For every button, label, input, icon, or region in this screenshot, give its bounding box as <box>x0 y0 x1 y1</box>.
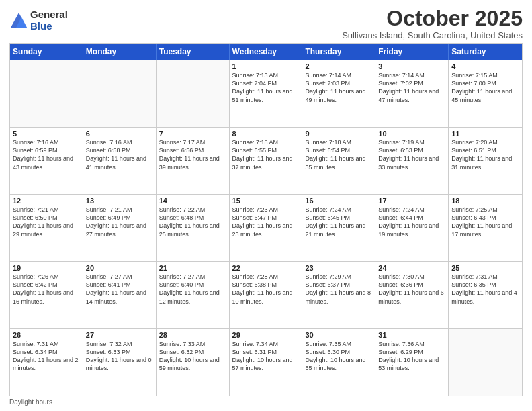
cell-info: Sunrise: 7:21 AM Sunset: 6:49 PM Dayligh… <box>86 205 153 238</box>
cell-info: Sunrise: 7:16 AM Sunset: 6:58 PM Dayligh… <box>86 138 153 171</box>
cell-day-number: 8 <box>232 130 300 138</box>
cell-info: Sunrise: 7:21 AM Sunset: 6:50 PM Dayligh… <box>13 205 80 238</box>
calendar-cell-27: 27Sunrise: 7:32 AM Sunset: 6:33 PM Dayli… <box>83 329 157 396</box>
cell-day-number: 22 <box>232 264 300 272</box>
calendar-cell-7: 7Sunrise: 7:17 AM Sunset: 6:56 PM Daylig… <box>157 128 230 194</box>
cell-day-number: 23 <box>305 264 372 272</box>
cell-info: Sunrise: 7:19 AM Sunset: 6:53 PM Dayligh… <box>378 138 445 171</box>
cell-day-number: 15 <box>232 197 300 205</box>
calendar-cell-25: 25Sunrise: 7:31 AM Sunset: 6:35 PM Dayli… <box>449 262 522 328</box>
cell-info: Sunrise: 7:18 AM Sunset: 6:54 PM Dayligh… <box>305 138 372 171</box>
cell-info: Sunrise: 7:24 AM Sunset: 6:45 PM Dayligh… <box>305 205 372 238</box>
cell-info: Sunrise: 7:31 AM Sunset: 6:34 PM Dayligh… <box>13 340 80 373</box>
calendar-row-5: 26Sunrise: 7:31 AM Sunset: 6:34 PM Dayli… <box>10 328 522 396</box>
cell-day-number: 14 <box>159 197 226 205</box>
header-day-wednesday: Wednesday <box>230 44 303 60</box>
cell-info: Sunrise: 7:18 AM Sunset: 6:55 PM Dayligh… <box>232 138 300 171</box>
cell-day-number: 16 <box>305 197 372 205</box>
cell-info: Sunrise: 7:31 AM Sunset: 6:35 PM Dayligh… <box>451 273 519 306</box>
cell-info: Sunrise: 7:28 AM Sunset: 6:38 PM Dayligh… <box>232 273 300 306</box>
cell-info: Sunrise: 7:27 AM Sunset: 6:40 PM Dayligh… <box>159 273 226 306</box>
cell-day-number: 25 <box>451 264 519 272</box>
calendar-cell-28: 28Sunrise: 7:33 AM Sunset: 6:32 PM Dayli… <box>157 329 230 396</box>
cell-day-number: 18 <box>451 197 519 205</box>
calendar-cell-21: 21Sunrise: 7:27 AM Sunset: 6:40 PM Dayli… <box>157 262 230 328</box>
calendar-cell-13: 13Sunrise: 7:21 AM Sunset: 6:49 PM Dayli… <box>83 195 157 261</box>
cell-day-number: 27 <box>86 331 153 339</box>
cell-info: Sunrise: 7:29 AM Sunset: 6:37 PM Dayligh… <box>305 273 372 306</box>
cell-info: Sunrise: 7:27 AM Sunset: 6:41 PM Dayligh… <box>86 273 153 306</box>
cell-info: Sunrise: 7:13 AM Sunset: 7:04 PM Dayligh… <box>232 71 300 104</box>
cell-day-number: 13 <box>86 197 153 205</box>
cell-info: Sunrise: 7:30 AM Sunset: 6:36 PM Dayligh… <box>378 273 445 306</box>
calendar-body: 1Sunrise: 7:13 AM Sunset: 7:04 PM Daylig… <box>10 60 522 396</box>
calendar-cell-22: 22Sunrise: 7:28 AM Sunset: 6:38 PM Dayli… <box>230 262 303 328</box>
cell-day-number: 28 <box>159 331 226 339</box>
footer-note: Daylight hours <box>9 398 523 406</box>
cell-day-number: 9 <box>305 130 372 138</box>
cell-day-number: 29 <box>232 331 300 339</box>
cell-day-number: 17 <box>378 197 445 205</box>
calendar-cell-20: 20Sunrise: 7:27 AM Sunset: 6:41 PM Dayli… <box>83 262 157 328</box>
cell-day-number: 12 <box>13 197 80 205</box>
calendar-cell-empty <box>83 60 157 127</box>
calendar-header: SundayMondayTuesdayWednesdayThursdayFrid… <box>10 44 522 60</box>
logo: General Blue <box>9 9 68 32</box>
cell-info: Sunrise: 7:26 AM Sunset: 6:42 PM Dayligh… <box>13 273 80 306</box>
cell-day-number: 24 <box>378 264 445 272</box>
calendar-cell-10: 10Sunrise: 7:19 AM Sunset: 6:53 PM Dayli… <box>375 128 449 194</box>
header-day-sunday: Sunday <box>10 44 83 60</box>
cell-info: Sunrise: 7:33 AM Sunset: 6:32 PM Dayligh… <box>159 340 226 373</box>
calendar-cell-empty <box>10 60 83 127</box>
cell-info: Sunrise: 7:22 AM Sunset: 6:48 PM Dayligh… <box>159 205 226 238</box>
cell-info: Sunrise: 7:16 AM Sunset: 6:59 PM Dayligh… <box>13 138 80 171</box>
calendar-cell-31: 31Sunrise: 7:36 AM Sunset: 6:29 PM Dayli… <box>375 329 449 396</box>
cell-day-number: 30 <box>305 331 372 339</box>
logo-text: General Blue <box>30 9 68 32</box>
cell-day-number: 31 <box>378 331 445 339</box>
logo-blue: Blue <box>30 21 68 32</box>
cell-info: Sunrise: 7:24 AM Sunset: 6:44 PM Dayligh… <box>378 205 445 238</box>
cell-info: Sunrise: 7:20 AM Sunset: 6:51 PM Dayligh… <box>451 138 519 171</box>
calendar-cell-23: 23Sunrise: 7:29 AM Sunset: 6:37 PM Dayli… <box>302 262 375 328</box>
calendar-row-4: 19Sunrise: 7:26 AM Sunset: 6:42 PM Dayli… <box>10 261 522 328</box>
logo-icon <box>9 11 28 30</box>
header-day-thursday: Thursday <box>302 44 375 60</box>
cell-day-number: 10 <box>378 130 445 138</box>
cell-info: Sunrise: 7:17 AM Sunset: 6:56 PM Dayligh… <box>159 138 226 171</box>
calendar-row-1: 1Sunrise: 7:13 AM Sunset: 7:04 PM Daylig… <box>10 60 522 127</box>
title-block: October 2025 Sullivans Island, South Car… <box>342 7 523 40</box>
cell-day-number: 1 <box>232 62 300 71</box>
cell-day-number: 2 <box>305 62 372 71</box>
calendar-cell-5: 5Sunrise: 7:16 AM Sunset: 6:59 PM Daylig… <box>10 128 83 194</box>
cell-day-number: 21 <box>159 264 226 272</box>
calendar-cell-29: 29Sunrise: 7:34 AM Sunset: 6:31 PM Dayli… <box>230 329 303 396</box>
calendar: SundayMondayTuesdayWednesdayThursdayFrid… <box>9 43 523 396</box>
cell-day-number: 6 <box>86 130 153 138</box>
cell-day-number: 20 <box>86 264 153 272</box>
calendar-cell-24: 24Sunrise: 7:30 AM Sunset: 6:36 PM Dayli… <box>375 262 449 328</box>
header: General Blue October 2025 Sullivans Isla… <box>9 7 523 40</box>
cell-day-number: 4 <box>451 62 519 71</box>
calendar-cell-empty <box>157 60 230 127</box>
page: General Blue October 2025 Sullivans Isla… <box>0 0 532 411</box>
calendar-cell-8: 8Sunrise: 7:18 AM Sunset: 6:55 PM Daylig… <box>230 128 303 194</box>
cell-info: Sunrise: 7:34 AM Sunset: 6:31 PM Dayligh… <box>232 340 300 373</box>
calendar-cell-3: 3Sunrise: 7:14 AM Sunset: 7:02 PM Daylig… <box>375 60 449 127</box>
cell-day-number: 19 <box>13 264 80 272</box>
location-subtitle: Sullivans Island, South Carolina, United… <box>342 30 523 40</box>
calendar-cell-12: 12Sunrise: 7:21 AM Sunset: 6:50 PM Dayli… <box>10 195 83 261</box>
cell-day-number: 26 <box>13 331 80 339</box>
calendar-cell-18: 18Sunrise: 7:25 AM Sunset: 6:43 PM Dayli… <box>449 195 522 261</box>
cell-day-number: 11 <box>451 130 519 138</box>
cell-day-number: 3 <box>378 62 445 71</box>
cell-info: Sunrise: 7:25 AM Sunset: 6:43 PM Dayligh… <box>451 205 519 238</box>
calendar-cell-19: 19Sunrise: 7:26 AM Sunset: 6:42 PM Dayli… <box>10 262 83 328</box>
header-day-monday: Monday <box>83 44 157 60</box>
calendar-cell-14: 14Sunrise: 7:22 AM Sunset: 6:48 PM Dayli… <box>157 195 230 261</box>
calendar-row-2: 5Sunrise: 7:16 AM Sunset: 6:59 PM Daylig… <box>10 127 522 194</box>
calendar-cell-1: 1Sunrise: 7:13 AM Sunset: 7:04 PM Daylig… <box>230 60 303 127</box>
cell-info: Sunrise: 7:15 AM Sunset: 7:00 PM Dayligh… <box>451 71 519 104</box>
cell-info: Sunrise: 7:32 AM Sunset: 6:33 PM Dayligh… <box>86 340 153 373</box>
cell-info: Sunrise: 7:36 AM Sunset: 6:29 PM Dayligh… <box>378 340 445 373</box>
